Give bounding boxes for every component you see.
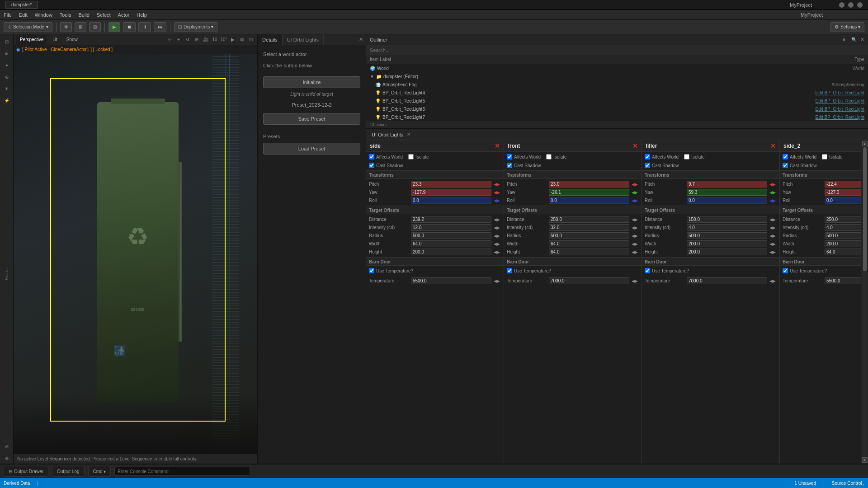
front-height-value[interactable]: 64.0: [549, 249, 629, 255]
side2-yaw-value[interactable]: -127.0: [825, 189, 861, 196]
side-yaw-value[interactable]: -127.9: [411, 189, 491, 196]
deployments-btn[interactable]: ⊡ Deployments ▾: [174, 22, 217, 32]
front-yaw-value[interactable]: -26.1: [549, 189, 629, 196]
tab-orbit-lights[interactable]: UI Orbit Lights: [283, 34, 324, 45]
vp-ctrl-7[interactable]: 10°: [220, 36, 227, 43]
scroll-down-btn[interactable]: ▼: [862, 457, 868, 463]
filler-roll-value[interactable]: 0.0: [687, 197, 767, 204]
side-distance-drag[interactable]: ◀▶: [493, 217, 501, 222]
outliner-filter-icon[interactable]: ≡: [840, 36, 848, 43]
side2-height-value[interactable]: 64.0: [825, 249, 861, 255]
console-command-input[interactable]: [114, 467, 250, 476]
save-preset-btn[interactable]: Save Preset: [263, 113, 360, 125]
tree-item-light6[interactable]: 💡 BP_Orbit_RectLight6 Edit BP_Orbit_Rect…: [366, 105, 868, 113]
menu-window[interactable]: Window: [35, 12, 52, 18]
show-btn[interactable]: Show: [63, 35, 81, 45]
filler-affects-world-cb[interactable]: [645, 154, 650, 160]
menu-select[interactable]: Select: [97, 12, 111, 18]
front-radius-value[interactable]: 500.0: [549, 232, 629, 239]
vp-ctrl-4[interactable]: ⊞: [193, 36, 200, 43]
side2-affects-world-cb[interactable]: [783, 154, 788, 160]
side-height-value[interactable]: 200.0: [411, 249, 491, 255]
light7-type[interactable]: Edit BP_Orbit_RectLight: [816, 115, 864, 120]
skip-btn[interactable]: ⏭: [154, 22, 166, 32]
front-width-drag[interactable]: ◀▶: [631, 242, 639, 246]
side2-isolate-cb[interactable]: [822, 154, 827, 160]
status-unsaved[interactable]: 1 Unsaved: [794, 481, 816, 486]
initialize-btn[interactable]: Initialize: [263, 76, 360, 88]
load-preset-btn[interactable]: Load Preset: [263, 143, 360, 155]
vp-ctrl-9[interactable]: ⊠: [238, 36, 245, 43]
front-affects-world-cb[interactable]: [507, 154, 512, 160]
window-tab[interactable]: dumpster*: [5, 1, 38, 9]
side-roll-drag[interactable]: ◀▶: [493, 198, 501, 203]
side-pitch-value[interactable]: 23.3: [411, 181, 491, 188]
orbit-lights-tab[interactable]: UI Orbit Lights: [369, 132, 406, 137]
sidebar-icon-5[interactable]: ☀: [1, 83, 12, 94]
tree-item-light7[interactable]: 💡 BP_Orbit_RectLight7 Edit BP_Orbit_Rect…: [366, 113, 868, 121]
light-side-close[interactable]: ✕: [495, 142, 500, 150]
light6-type[interactable]: Edit BP_Orbit_RectLight: [816, 107, 864, 112]
maximize-btn[interactable]: [848, 2, 854, 8]
sidebar-icon-6[interactable]: ⚡: [1, 95, 12, 106]
front-use-temp-cb[interactable]: [507, 268, 512, 273]
outliner-search-input[interactable]: [366, 45, 868, 55]
snap-btn[interactable]: ⊞: [89, 22, 101, 32]
close-panel-btn[interactable]: ✕: [356, 37, 366, 42]
front-distance-drag[interactable]: ◀▶: [631, 217, 639, 222]
side-temp-drag[interactable]: ◀▶: [493, 279, 501, 283]
side-width-drag[interactable]: ◀▶: [493, 242, 501, 246]
filler-isolate-cb[interactable]: [684, 154, 689, 160]
status-source-control[interactable]: Source Control ,: [832, 481, 864, 486]
tree-item-light5[interactable]: 💡 BP_Orbit_RectLight5 Edit BP_Orbit_Rect…: [366, 97, 868, 105]
side-distance-value[interactable]: 239.2: [411, 216, 491, 223]
front-yaw-drag[interactable]: ◀▶: [631, 190, 639, 195]
front-roll-value[interactable]: 0.0: [549, 197, 629, 204]
side-intensity-drag[interactable]: ◀▶: [493, 225, 501, 230]
front-width-value[interactable]: 64.0: [549, 240, 629, 247]
front-roll-drag[interactable]: ◀▶: [631, 198, 639, 203]
transform-btn[interactable]: ✥: [60, 22, 72, 32]
side-roll-value[interactable]: 0.0: [411, 197, 491, 204]
front-pitch-drag[interactable]: ◀▶: [631, 182, 639, 187]
pause-btn[interactable]: ⏸: [138, 22, 151, 32]
scroll-up-btn[interactable]: ▲: [862, 141, 868, 146]
viewport-canvas[interactable]: ♻ 022035 🚮: [14, 54, 257, 454]
side2-cast-shadow-cb[interactable]: [783, 163, 788, 168]
menu-edit[interactable]: Edit: [19, 12, 28, 18]
front-intensity-drag[interactable]: ◀▶: [631, 225, 639, 230]
side2-radius-value[interactable]: 500.0: [825, 232, 861, 239]
side2-temp-value[interactable]: 5500.0: [825, 277, 861, 284]
selection-mode-btn[interactable]: ⊹ Selection Mode ▾: [4, 22, 52, 32]
filler-distance-value[interactable]: 150.0: [687, 216, 767, 223]
side-use-temp-cb[interactable]: [369, 268, 374, 273]
front-height-drag[interactable]: ◀▶: [631, 250, 639, 254]
filler-cast-shadow-cb[interactable]: [645, 163, 650, 168]
vp-ctrl-8[interactable]: ▶: [229, 36, 236, 43]
side-height-drag[interactable]: ◀▶: [493, 250, 501, 254]
light5-type[interactable]: Edit BP_Orbit_RectLight: [816, 99, 864, 103]
tab-details[interactable]: Details: [258, 34, 283, 45]
side2-pitch-value[interactable]: -12.4: [825, 181, 861, 188]
minimize-btn[interactable]: [839, 2, 844, 8]
tree-item-world[interactable]: 🌍 World World: [366, 64, 868, 72]
side-pitch-drag[interactable]: ◀▶: [493, 182, 501, 187]
filler-pitch-drag[interactable]: ◀▶: [769, 182, 777, 187]
front-intensity-value[interactable]: 32.0: [549, 224, 629, 231]
filler-radius-drag[interactable]: ◀▶: [769, 234, 777, 238]
tree-item-0[interactable]: ▼ 📁 dumpster (Editor): [366, 72, 868, 80]
output-drawer-tab[interactable]: ⊟ Output Drawer: [4, 466, 48, 477]
side-affects-world-cb[interactable]: [369, 154, 374, 160]
sidebar-icon-bottom2[interactable]: ⊗: [1, 453, 12, 464]
perspective-btn[interactable]: Perspective: [16, 35, 47, 45]
settings-btn[interactable]: ⚙ Settings ▾: [830, 22, 864, 32]
lit-btn[interactable]: Lit: [49, 35, 61, 45]
side2-use-temp-cb[interactable]: [783, 268, 788, 273]
front-temp-drag[interactable]: ◀▶: [631, 279, 639, 283]
side2-distance-value[interactable]: 250.0: [825, 216, 861, 223]
filler-temp-value[interactable]: 7000.0: [687, 277, 767, 284]
sidebar-icon-bottom1[interactable]: ⊕: [1, 441, 12, 452]
vp-ctrl-3[interactable]: ↺: [184, 36, 191, 43]
menu-tools[interactable]: Tools: [60, 12, 71, 18]
front-isolate-cb[interactable]: [546, 154, 552, 160]
